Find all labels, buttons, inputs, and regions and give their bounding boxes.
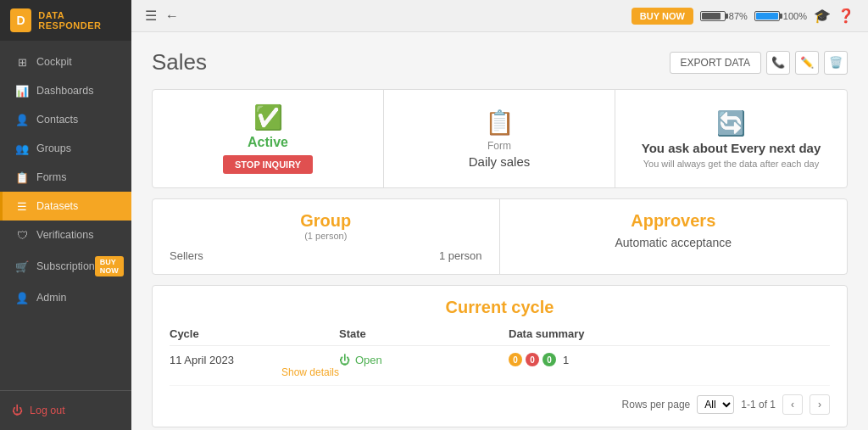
rows-per-page-select[interactable]: All — [697, 395, 734, 414]
state-label: Open — [355, 354, 382, 366]
group-row: Sellers 1 person — [170, 249, 482, 262]
sidebar-item-datasets[interactable]: ☰ Datasets — [0, 192, 131, 221]
sidebar-item-contacts[interactable]: 👤 Contacts — [0, 105, 131, 134]
battery1-fill — [702, 13, 721, 20]
topbar-right: BUY NOW 87% 100% 🎓 ❓ — [632, 8, 854, 25]
form-value: Daily sales — [469, 154, 531, 169]
group-card: Group (1 person) Sellers 1 person — [153, 199, 500, 274]
groups-icon: 👥 — [14, 141, 30, 156]
back-icon[interactable]: ← — [165, 8, 179, 24]
delete-icon-button[interactable]: 🗑️ — [824, 51, 848, 75]
data-dot-green: 0 — [542, 353, 556, 366]
col-cycle: Cycle — [170, 327, 339, 340]
col-state: State — [339, 327, 509, 340]
schedule-title: You ask about Every next day — [642, 141, 821, 155]
datasets-icon: ☰ — [14, 198, 30, 214]
logo-text: DATA RESPONDER — [38, 10, 121, 31]
verifications-icon: 🛡 — [14, 227, 30, 243]
buy-now-badge: BUY NOW — [95, 256, 124, 276]
group-row-label: Sellers — [170, 249, 203, 262]
sidebar-navigation: ⊞ Cockpit 📊 Dashboards 👤 Contacts 👥 Grou… — [0, 41, 131, 390]
pagination-info: 1-1 of 1 — [741, 399, 776, 410]
battery2-label: 100% — [783, 11, 807, 21]
schedule-card: 🔄 You ask about Every next day You will … — [615, 90, 847, 187]
cycle-title: Current cycle — [170, 298, 830, 317]
data-dot-orange: 0 — [509, 353, 522, 366]
contacts-icon: 👤 — [14, 112, 30, 127]
battery2-indicator: 100% — [754, 11, 807, 21]
group-row-value: 1 person — [439, 249, 482, 262]
logout-icon: ⏻ — [12, 405, 23, 416]
approvers-title: Approvers — [517, 211, 831, 231]
battery1-bar — [700, 11, 726, 21]
help-icon[interactable]: ❓ — [837, 8, 854, 24]
col-data-summary: Data summary — [509, 327, 830, 340]
sidebar-item-subscription[interactable]: 🛒 Subscription BUY NOW — [0, 249, 131, 283]
battery1-indicator: 87% — [700, 11, 748, 21]
forms-icon: 📋 — [14, 170, 30, 185]
form-card: 📋 Form Daily sales — [384, 90, 615, 187]
page-header: Sales EXPORT DATA 📞 ✏️ 🗑️ — [152, 49, 848, 75]
edit-icon-button[interactable]: ✏️ — [795, 51, 819, 75]
battery1-label: 87% — [729, 11, 748, 21]
row-state: ⏻ Open — [339, 354, 509, 366]
cards-row: ✅ Active STOP INQUIRY 📋 Form Daily sales… — [152, 89, 848, 188]
sidebar: D DATA RESPONDER ⊞ Cockpit 📊 Dashboards … — [0, 0, 131, 430]
page-title: Sales — [152, 49, 207, 75]
main-area: ☰ ← BUY NOW 87% 100% 🎓 ❓ Sales — [131, 0, 868, 430]
group-subtitle: (1 person) — [170, 231, 482, 241]
table-header: Cycle State Data summary — [170, 327, 830, 346]
table-row: 11 April 2023 ⏻ Open 0 0 0 1 Show detail… — [170, 346, 830, 386]
phone-icon-button[interactable]: 📞 — [766, 51, 790, 75]
data-dot-red: 0 — [526, 353, 539, 366]
prev-page-button[interactable]: ‹ — [782, 394, 803, 415]
group-title: Group — [170, 211, 482, 231]
status-card: ✅ Active STOP INQUIRY — [153, 90, 384, 187]
state-icon: ⏻ — [339, 354, 350, 366]
mortarboard-icon[interactable]: 🎓 — [814, 8, 831, 24]
content-area: Sales EXPORT DATA 📞 ✏️ 🗑️ ✅ Active STOP … — [131, 32, 868, 430]
export-button[interactable]: EXPORT DATA — [670, 52, 761, 74]
show-details-link[interactable]: Show details — [281, 366, 339, 378]
sidebar-logo: D DATA RESPONDER — [0, 0, 131, 41]
topbar-left: ☰ ← — [145, 8, 179, 24]
sidebar-item-forms[interactable]: 📋 Forms — [0, 163, 131, 192]
data-value-plain: 1 — [563, 354, 569, 366]
admin-icon: 👤 — [14, 290, 30, 305]
header-actions: EXPORT DATA 📞 ✏️ 🗑️ — [670, 51, 848, 75]
rows-per-page-label: Rows per page — [622, 399, 691, 410]
row-cycle-date: 11 April 2023 — [170, 354, 339, 366]
form-icon: 📋 — [485, 109, 515, 137]
logo-icon: D — [10, 8, 31, 32]
next-page-button[interactable]: › — [810, 394, 830, 415]
form-label: Form — [487, 140, 511, 152]
subscription-icon: 🛒 — [14, 259, 30, 274]
row-data-summary: 0 0 0 1 — [509, 353, 830, 366]
schedule-subtitle: You will always get the data after each … — [643, 159, 820, 169]
battery2-bar — [754, 11, 780, 21]
sidebar-item-admin[interactable]: 👤 Admin — [0, 283, 131, 312]
sidebar-item-groups[interactable]: 👥 Groups — [0, 134, 131, 163]
sidebar-item-dashboards[interactable]: 📊 Dashboards — [0, 76, 131, 105]
sidebar-item-verifications[interactable]: 🛡 Verifications — [0, 221, 131, 249]
cycle-section: Current cycle Cycle State Data summary 1… — [152, 285, 848, 427]
sidebar-bottom: ⏻ Log out — [0, 390, 131, 430]
data-summary-values: 0 0 0 1 — [509, 353, 830, 366]
status-label: Active — [248, 135, 288, 150]
approvers-value: Automatic acceptance — [517, 236, 831, 249]
cockpit-icon: ⊞ — [14, 54, 30, 70]
battery2-fill — [756, 13, 778, 20]
info-row: Group (1 person) Sellers 1 person Approv… — [152, 198, 848, 275]
schedule-icon: 🔄 — [716, 109, 746, 137]
stop-inquiry-button[interactable]: STOP INQUIRY — [223, 155, 313, 174]
dashboards-icon: 📊 — [14, 83, 30, 98]
sidebar-item-cockpit[interactable]: ⊞ Cockpit — [0, 47, 131, 76]
pagination-row: Rows per page All 1-1 of 1 ‹ › — [170, 394, 830, 415]
topbar: ☰ ← BUY NOW 87% 100% 🎓 ❓ — [131, 0, 868, 32]
active-check-icon: ✅ — [253, 103, 283, 131]
buy-now-button[interactable]: BUY NOW — [632, 8, 693, 25]
logout-button[interactable]: ⏻ Log out — [0, 398, 131, 423]
approvers-card: Approvers Automatic acceptance — [500, 199, 848, 274]
hamburger-icon[interactable]: ☰ — [145, 8, 157, 24]
